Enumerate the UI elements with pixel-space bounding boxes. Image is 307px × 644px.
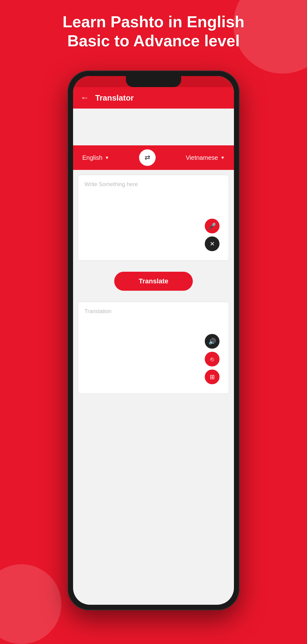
speak-button[interactable]: 🔊 [205,334,220,349]
spacer [73,109,234,145]
phone-mockup: ← Translator English ▼ ⇄ Vietnamese ▼ [68,71,239,610]
target-lang-selector[interactable]: Vietnamese ▼ [186,154,225,161]
source-lang-dropdown-icon: ▼ [105,155,109,160]
close-icon: ✕ [210,240,215,247]
bg-decor-bottom [0,564,61,644]
header-section: Learn Pashto in English Basic to Advance… [0,12,307,51]
output-section: Translation 🔊 ⎋ ⊞ [73,297,234,399]
mic-icon: 🎤 [208,222,216,230]
output-placeholder: Translation [84,308,111,314]
phone-outer: ← Translator English ▼ ⇄ Vietnamese ▼ [68,71,239,610]
app-bar: ← Translator [73,87,234,109]
input-placeholder: Write Something here [84,181,138,187]
lang-bar: English ▼ ⇄ Vietnamese ▼ [73,145,234,170]
phone-screen: ← Translator English ▼ ⇄ Vietnamese ▼ [73,76,234,605]
header-title: Learn Pashto in English Basic to Advance… [0,12,307,51]
source-lang-selector[interactable]: English ▼ [82,154,109,161]
share-icon: ⎋ [210,356,214,363]
clear-button[interactable]: ✕ [205,236,220,251]
share-button[interactable]: ⎋ [205,352,220,366]
translate-btn-area: Translate [73,266,234,297]
microphone-button[interactable]: 🎤 [205,219,220,233]
copy-button[interactable]: ⊞ [205,370,220,384]
translate-button[interactable]: Translate [114,272,193,291]
back-button[interactable]: ← [80,93,89,103]
copy-icon: ⊞ [210,373,215,381]
text-input-box[interactable]: Write Something here 🎤 ✕ [78,175,229,261]
phone-notch [126,76,181,87]
input-action-icons: 🎤 ✕ [205,219,220,251]
output-action-icons: 🔊 ⎋ ⊞ [205,334,220,384]
app-bar-title: Translator [95,93,134,103]
source-lang-label: English [82,154,103,161]
input-section: Write Something here 🎤 ✕ [73,170,234,266]
swap-icon: ⇄ [145,154,150,162]
swap-languages-button[interactable]: ⇄ [139,149,156,166]
speaker-icon: 🔊 [208,338,216,345]
target-lang-label: Vietnamese [186,154,218,161]
bottom-area [73,399,234,460]
target-lang-dropdown-icon: ▼ [220,155,225,160]
translation-output-box: Translation 🔊 ⎋ ⊞ [78,302,229,394]
